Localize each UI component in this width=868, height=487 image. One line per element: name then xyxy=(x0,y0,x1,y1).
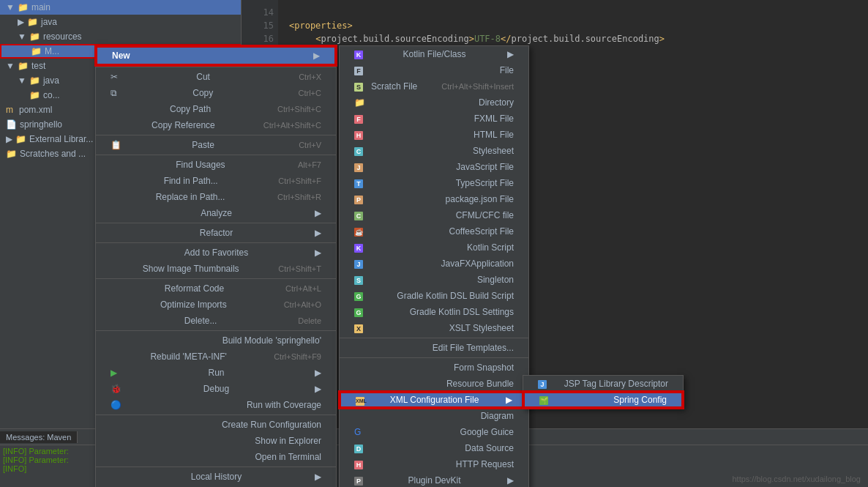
submenu-xml-jsp[interactable]: J JSP Tag Library Descriptor xyxy=(523,376,683,392)
html-icon: H xyxy=(354,127,369,143)
menu-item-run-coverage[interactable]: 🔵 Run with Coverage xyxy=(96,397,336,413)
submenu-new-guice[interactable]: G Google Guice xyxy=(340,424,528,440)
messages-tab[interactable]: Messages: Maven xyxy=(0,431,78,443)
shortcut: Ctrl+V xyxy=(299,137,321,153)
menu-item-label: Delete... xyxy=(184,313,217,329)
shortcut: Ctrl+Alt+Shift+C xyxy=(263,117,321,133)
sidebar-label: test xyxy=(31,59,45,73)
submenu-new-singleton[interactable]: S Singleton xyxy=(340,272,528,288)
submenu-new-file[interactable]: F File xyxy=(340,62,528,78)
ts-icon: T xyxy=(354,175,369,191)
menu-item-reformat[interactable]: Reformat Code Ctrl+Alt+L xyxy=(96,280,336,297)
menu-item-run[interactable]: ▶ Run ▶ xyxy=(96,365,336,381)
menu-item-optimize[interactable]: Optimize Imports Ctrl+Alt+O xyxy=(96,297,336,313)
menu-item-label: Scratch File xyxy=(371,78,417,94)
sidebar-label: java xyxy=(41,15,57,29)
file-icon: m xyxy=(6,103,13,117)
menu-item-show-thumbnails[interactable]: Show Image Thumbnails Ctrl+Shift+T xyxy=(96,261,336,277)
submenu-new-xslt[interactable]: X XSLT Stylesheet xyxy=(340,320,528,336)
submenu-new-scratch[interactable]: S Scratch File Ctrl+Alt+Shift+Insert xyxy=(340,78,528,94)
menu-item-find-path[interactable]: Find in Path... Ctrl+Shift+F xyxy=(96,173,336,189)
menu-item-label: Rebuild 'META-INF' xyxy=(150,349,226,365)
submenu-new-cfml[interactable]: C CFML/CFC file xyxy=(340,207,528,223)
menu-item-new[interactable]: New ▶ xyxy=(96,46,336,65)
submenu-new-gradle-settings[interactable]: G Gradle Kotlin DSL Settings xyxy=(340,304,528,320)
menu-item-refactor[interactable]: Refactor ▶ xyxy=(96,225,336,241)
menu-item-build-module[interactable]: Build Module 'springhello' xyxy=(96,332,336,349)
menu-item-label: JavaFXApplication xyxy=(441,256,514,272)
menu-item-label: Data Source xyxy=(465,440,514,456)
menu-item-label: HTTP Request xyxy=(456,456,514,472)
shortcut: Ctrl+Shift+R xyxy=(277,189,321,205)
menu-item-label: Paste xyxy=(192,137,214,153)
submenu-new-html[interactable]: H HTML File xyxy=(340,127,528,143)
submenu-new-fxml[interactable]: F FXML File xyxy=(340,111,528,127)
sidebar-item-main[interactable]: ▼ 📁 main xyxy=(0,0,241,15)
submenu-new-ts[interactable]: T TypeScript File xyxy=(340,175,528,191)
submenu-new-javafx[interactable]: J JavaFXApplication xyxy=(340,256,528,272)
menu-item-copy-path[interactable]: Copy Path Ctrl+Shift+C xyxy=(96,101,336,117)
menu-item-cut[interactable]: ✂ Cut Ctrl+X xyxy=(96,69,336,85)
menu-item-debug[interactable]: 🐞 Debug ▶ xyxy=(96,381,336,397)
menu-item-replace-path[interactable]: Replace in Path... Ctrl+Shift+R xyxy=(96,189,336,205)
menu-item-label: Replace in Path... xyxy=(156,189,225,205)
separator xyxy=(96,330,336,331)
menu-item-label: Debug xyxy=(203,381,229,397)
submenu-new-edit-templates[interactable]: Edit File Templates... xyxy=(340,340,528,356)
menu-item-label: Show in Explorer xyxy=(255,433,321,449)
submenu-new-diagram[interactable]: Diagram xyxy=(340,408,528,424)
submenu-new-pkg[interactable]: P package.json File xyxy=(340,191,528,207)
submenu-new-css[interactable]: C Stylesheet xyxy=(340,143,528,159)
menu-item-local-history[interactable]: Local History ▶ xyxy=(96,469,336,485)
separator xyxy=(340,338,528,338)
separator xyxy=(96,155,336,155)
submenu-new-directory[interactable]: 📁 Directory xyxy=(340,94,528,111)
submenu-new-http[interactable]: H HTTP Request xyxy=(340,456,528,472)
submenu-new-kotlin-script[interactable]: K Kotlin Script xyxy=(340,239,528,256)
menu-item-label: Local History xyxy=(191,469,242,485)
submenu-new-datasource[interactable]: D Data Source xyxy=(340,440,528,456)
singleton-icon: S xyxy=(354,272,369,288)
submenu-new-plugin[interactable]: P Plugin DevKit ▶ xyxy=(340,472,528,487)
menu-item-find-usages[interactable]: Find Usages Alt+F7 xyxy=(96,157,336,173)
debug-icon: 🐞 xyxy=(111,381,125,397)
menu-item-rebuild[interactable]: Rebuild 'META-INF' Ctrl+Shift+F9 xyxy=(96,349,336,365)
cfml-icon: C xyxy=(354,207,369,223)
menu-item-label: Optimize Imports xyxy=(160,297,227,313)
submenu-new-resource-bundle[interactable]: Resource Bundle xyxy=(340,376,528,392)
code-line-16: <project.build.sourceEncoding>UTF-8</pro… xyxy=(289,32,868,45)
menu-item-add-favorites[interactable]: Add to Favorites ▶ xyxy=(96,245,336,261)
menu-item-analyze[interactable]: Analyze ▶ xyxy=(96,205,336,221)
gradle-icon: G xyxy=(354,288,369,304)
folder-icon: 📁 xyxy=(29,88,40,103)
menu-item-copy-ref[interactable]: Copy Reference Ctrl+Alt+Shift+C xyxy=(96,117,336,133)
coffee-icon: ☕ xyxy=(354,223,369,239)
sidebar-item-resources[interactable]: ▼ 📁 resources xyxy=(0,29,241,44)
menu-item-open-terminal[interactable]: Open in Terminal xyxy=(96,449,336,465)
submenu-new-js[interactable]: J JavaScript File xyxy=(340,159,528,175)
submenu-new-kotlin[interactable]: K Kotlin File/Class ▶ xyxy=(340,46,528,62)
shortcut: Ctrl+Shift+F9 xyxy=(274,349,321,365)
submenu-new-gradle-build[interactable]: G Gradle Kotlin DSL Build Script xyxy=(340,288,528,304)
submenu-new-form-snapshot[interactable]: Form Snapshot xyxy=(340,360,528,376)
submenu-xml-spring-config[interactable]: 🌱 Spring Config xyxy=(523,392,683,408)
menu-item-paste[interactable]: 📋 Paste Ctrl+V xyxy=(96,137,336,153)
sidebar-item-java[interactable]: ▶ 📁 java xyxy=(0,15,241,29)
menu-item-label: Copy xyxy=(192,85,213,101)
menu-item-label: Edit File Templates... xyxy=(433,340,514,356)
bottom-url: https://blog.csdn.net/xudailong_blog xyxy=(732,475,861,483)
menu-item-create-run-config[interactable]: Create Run Configuration xyxy=(96,417,336,433)
folder-icon: 📁 xyxy=(18,59,29,73)
jsp-icon: J xyxy=(538,376,553,392)
sidebar-label: resources xyxy=(43,29,82,44)
submenu-new-xml-config[interactable]: XML XML Configuration File ▶ xyxy=(340,392,528,408)
javafx-icon: J xyxy=(354,256,369,272)
menu-item-label: CFML/CFC file xyxy=(456,207,514,223)
submenu-new-coffee[interactable]: ☕ CoffeeScript File xyxy=(340,223,528,239)
menu-item-label: Find Usages xyxy=(176,157,225,173)
submenu-arrow-icon: ▶ xyxy=(506,392,512,408)
menu-item-copy[interactable]: ⧉ Copy Ctrl+C xyxy=(96,85,336,101)
menu-item-show-explorer[interactable]: Show in Explorer xyxy=(96,433,336,449)
menu-item-delete[interactable]: Delete... Delete xyxy=(96,313,336,329)
menu-item-label: package.json File xyxy=(446,191,514,207)
